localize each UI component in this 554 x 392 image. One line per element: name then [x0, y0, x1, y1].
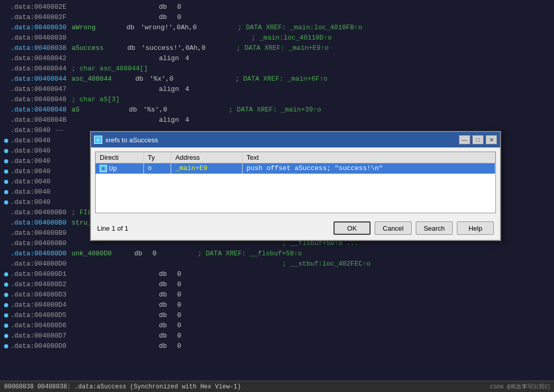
col-address: Address	[171, 152, 243, 163]
code-line: .data:00408047 align 4	[0, 84, 554, 95]
search-button[interactable]: Search	[416, 221, 453, 235]
code-line: .data:00408030 aWrong db 'wrong!',0Ah,0 …	[0, 23, 554, 33]
code-line: .data:004080D3 db 0	[0, 290, 554, 300]
cell-type: o	[143, 163, 171, 174]
code-line: .data:0040802E db 0	[0, 2, 554, 12]
dialog-title-icon: ≡	[94, 136, 102, 144]
code-line: .data:004080D5 db 0	[0, 310, 554, 321]
code-line: .data:004080D8 db 0	[0, 341, 554, 351]
dialog-title: xrefs to aSuccess	[105, 136, 459, 144]
status-bar: 00008038 00408038: .data:aSuccess (Synch…	[0, 381, 554, 392]
dialog-titlebar: ≡ xrefs to aSuccess — □ ✕	[91, 132, 500, 147]
code-line: .data:004080D0 ; __stbuf:loc_402FEC↑o	[0, 259, 554, 269]
code-line: .data:00408038 aSuccess db 'success!',0A…	[0, 43, 554, 53]
cancel-button[interactable]: Cancel	[375, 221, 412, 235]
cell-direction: ≡ Up	[96, 163, 143, 174]
ok-button[interactable]: OK	[334, 221, 371, 235]
code-line: .data:004080D1 db 0	[0, 269, 554, 279]
code-line: .data:00408038 ; _main:loc_40110D↑o	[0, 33, 554, 43]
code-line: .data:00408044 asc_408044 db '%x',0 ; DA…	[0, 74, 554, 84]
col-text: Text	[242, 152, 495, 163]
table-header-row: Directi Ty Address Text	[96, 152, 495, 163]
maximize-button[interactable]: □	[472, 135, 484, 144]
col-type: Ty	[143, 152, 171, 163]
line-info: Line 1 of 1	[97, 225, 334, 232]
code-line: .data:0040802F db 0	[0, 12, 554, 23]
close-button[interactable]: ✕	[486, 135, 497, 144]
code-line: .data:0040804B align 4	[0, 115, 554, 125]
xref-table: Directi Ty Address Text ≡ Up	[96, 152, 495, 174]
code-line: .data:004080D4 db 0	[0, 300, 554, 310]
dialog-controls: — □ ✕	[459, 135, 497, 144]
cell-address: _main+E9	[171, 163, 243, 174]
code-line: .data:00408048 aS db '%s',0 ; DATA XREF:…	[0, 105, 554, 115]
xref-icon: ≡	[100, 165, 107, 172]
col-direction: Directi	[96, 152, 143, 163]
status-text: 00008038 00408038: .data:aSuccess (Synch…	[4, 383, 241, 390]
xrefs-dialog[interactable]: ≡ xrefs to aSuccess — □ ✕ Directi Ty Add…	[90, 131, 501, 241]
watermark: CSDN @将故事写出我们	[490, 383, 550, 390]
code-line: .data:004080D7 db 0	[0, 331, 554, 341]
code-line: .data:004080D0 unk_4080D0 db 0 ; DATA XR…	[0, 249, 554, 259]
code-line: .data:00408044 ; char asc_408044[]	[0, 64, 554, 74]
code-line: .data:004080D2 db 0	[0, 279, 554, 290]
code-line: .data:00408042 align 4	[0, 53, 554, 64]
cell-text: push offset aSuccess; "success!\n"	[242, 163, 495, 174]
code-line: .data:00408048 ; char aS[3]	[0, 95, 554, 105]
table-row[interactable]: ≡ Up o _main+E9 push offset aSuccess; "s…	[96, 163, 495, 174]
dialog-buttons: OK Cancel Search Help	[334, 221, 494, 235]
dialog-body: Directi Ty Address Text ≡ Up	[91, 147, 500, 217]
help-button[interactable]: Help	[457, 221, 494, 235]
xref-table-container[interactable]: Directi Ty Address Text ≡ Up	[95, 152, 496, 213]
dialog-footer: Line 1 of 1 OK Cancel Search Help	[91, 217, 500, 240]
minimize-button[interactable]: —	[459, 135, 470, 144]
code-line: .data:004080D6 db 0	[0, 321, 554, 331]
